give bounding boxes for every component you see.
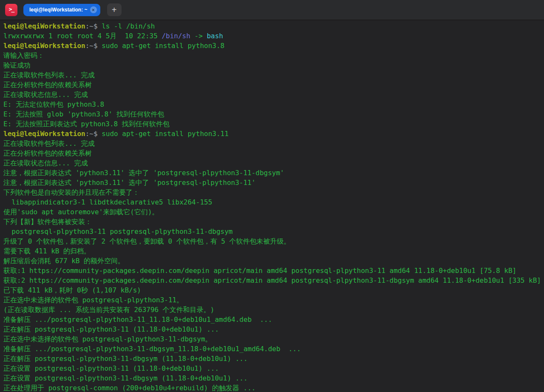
terminal-text-segment: 正在分析软件包的依赖关系树 (3, 149, 92, 157)
terminal-text-segment: leqi@leqiWorkstation (3, 130, 85, 138)
terminal-line: 准备解压 .../postgresql-plpython3-11_11.18-0… (3, 315, 541, 324)
terminal-line: 注意，根据正则表达式 'python3.11' 选中了 'postgresql-… (3, 178, 541, 187)
terminal-text-segment: ls -l /bin/sh (102, 22, 155, 30)
terminal-line: E: 无法按照 glob 'python3.8' 找到任何软件包 (3, 109, 541, 119)
terminal-line: E: 无法定位软件包 python3.8 (3, 99, 541, 109)
terminal-line: 正在解压 postgresql-plpython3-11 (11.18-0+de… (3, 324, 541, 334)
terminal-text-segment: /bin/sh (162, 32, 190, 40)
terminal-text-segment: 获取:2 https://community-packages.deepin.c… (3, 276, 541, 284)
terminal-text-segment: 获取:1 https://community-packages.deepin.c… (3, 267, 516, 275)
terminal-line: lrwxrwxrwx 1 root root 4 5月 10 22:35 /bi… (3, 31, 541, 41)
terminal-text-segment: 下列软件包是自动安装的并且现在不需要了： (3, 188, 139, 196)
plus-icon: + (112, 5, 117, 15)
terminal-line: 正在分析软件包的依赖关系树 (3, 148, 541, 158)
terminal-text-segment: bash (207, 32, 223, 40)
terminal-line: 正在处理用于 postgresql-common (200+deb10u4+re… (3, 383, 541, 392)
terminal-line: E: 无法按照正则表达式 python3.8 找到任何软件包 (3, 119, 541, 129)
terminal-line: 获取:1 https://community-packages.deepin.c… (3, 266, 541, 276)
tab-title: leqi@leqiWorkstation: ~ (29, 7, 88, 13)
terminal-line: 注意，根据正则表达式 'python3.11' 选中了 'postgresql-… (3, 168, 541, 178)
terminal-text-segment: 正在读取状态信息... 完成 (3, 91, 88, 99)
terminal-text-segment: sudo apt-get install python3.8 (102, 42, 224, 50)
terminal-text-segment: 升级了 0 个软件包，新安装了 2 个软件包，要卸载 0 个软件包，有 5 个软… (3, 237, 291, 245)
terminal-line: 获取:2 https://community-packages.deepin.c… (3, 276, 541, 285)
terminal-text-segment: -> (190, 32, 207, 40)
terminal-text-segment: 准备解压 .../postgresql-plpython3-11-dbgsym_… (3, 345, 301, 353)
terminal-text-segment: E: 无法按照 glob 'python3.8' 找到任何软件包 (3, 110, 164, 118)
terminal-line: 正在设置 postgresql-plpython3-11-dbgsym (11.… (3, 373, 541, 383)
terminal-text-segment: 注意，根据正则表达式 'python3.11' 选中了 'postgresql-… (3, 179, 255, 187)
terminal-text-segment: 注意，根据正则表达式 'python3.11' 选中了 'postgresql-… (3, 169, 284, 177)
terminal-text-segment: leqi@leqiWorkstation (3, 22, 85, 30)
terminal-text-segment: :~$ (85, 130, 102, 138)
terminal-text-segment: 正在选中未选择的软件包 postgresql-plpython3-11。 (3, 296, 183, 304)
terminal-line: (正在读取数据库 ... 系统当前共安装有 263796 个文件和目录。) (3, 305, 541, 315)
terminal-line: 升级了 0 个软件包，新安装了 2 个软件包，要卸载 0 个软件包，有 5 个软… (3, 236, 541, 246)
terminal-text-segment: 已下载 411 kB，耗时 0秒 (1,107 kB/s) (3, 286, 141, 294)
terminal-text-segment: libappindicator3-1 libdtkdeclarative5 li… (3, 198, 212, 206)
terminal-text-segment: 正在解压 postgresql-plpython3-11-dbgsym (11.… (3, 355, 248, 363)
terminal-text-segment: E: 无法按照正则表达式 python3.8 找到任何软件包 (3, 120, 170, 128)
terminal-output[interactable]: leqi@leqiWorkstation:~$ ls -l /bin/shlrw… (0, 20, 544, 392)
new-tab-button[interactable]: + (107, 3, 122, 16)
terminal-text-segment: 正在选中未选择的软件包 postgresql-plpython3-11-dbgs… (3, 335, 212, 343)
tab-close-icon[interactable]: × (90, 6, 97, 13)
terminal-text-segment: 正在读取状态信息... 完成 (3, 159, 88, 167)
terminal-line: 正在解压 postgresql-plpython3-11-dbgsym (11.… (3, 354, 541, 364)
terminal-text-segment: 正在设置 postgresql-plpython3-11-dbgsym (11.… (3, 374, 248, 382)
terminal-line: libappindicator3-1 libdtkdeclarative5 li… (3, 197, 541, 207)
terminal-window: >_ leqi@leqiWorkstation: ~ × + leqi@leqi… (0, 0, 544, 392)
terminal-line: 验证成功 (3, 60, 541, 70)
terminal-line: 正在分析软件包的依赖关系树 (3, 80, 541, 90)
terminal-line: leqi@leqiWorkstation:~$ sudo apt-get ins… (3, 41, 541, 51)
terminal-text-segment: 使用'sudo apt autoremove'来卸载它(它们)。 (3, 208, 159, 216)
terminal-line: 下列软件包是自动安装的并且现在不需要了： (3, 187, 541, 197)
terminal-text-segment: 需要下载 411 kB 的归档。 (3, 247, 91, 255)
terminal-line: 解压缩后会消耗 677 kB 的额外空间。 (3, 256, 541, 266)
terminal-app-icon[interactable]: >_ (5, 4, 17, 16)
terminal-line: 正在设置 postgresql-plpython3-11 (11.18-0+de… (3, 364, 541, 373)
terminal-line: 已下载 411 kB，耗时 0秒 (1,107 kB/s) (3, 285, 541, 295)
terminal-text-segment: 正在设置 postgresql-plpython3-11 (11.18-0+de… (3, 364, 219, 372)
terminal-line: 正在读取状态信息... 完成 (3, 90, 541, 99)
terminal-line: 正在读取状态信息... 完成 (3, 158, 541, 168)
terminal-line: leqi@leqiWorkstation:~$ sudo apt-get ins… (3, 129, 541, 139)
terminal-line: 正在读取软件包列表... 完成 (3, 139, 541, 148)
tab-bar: >_ leqi@leqiWorkstation: ~ × + (0, 0, 544, 20)
terminal-text-segment: E: 无法定位软件包 python3.8 (3, 100, 104, 108)
terminal-text-segment: 下列【新】软件包将被安装： (3, 218, 92, 226)
terminal-line: 正在读取软件包列表... 完成 (3, 70, 541, 80)
terminal-text-segment: 正在分析软件包的依赖关系树 (3, 81, 92, 89)
terminal-line: 请输入密码： (3, 51, 541, 60)
terminal-text-segment: 请输入密码： (3, 51, 44, 60)
terminal-text-segment: 正在解压 postgresql-plpython3-11 (11.18-0+de… (3, 325, 219, 333)
terminal-line: 下列【新】软件包将被安装： (3, 217, 541, 227)
terminal-text-segment: 准备解压 .../postgresql-plpython3-11_11.18-0… (3, 315, 272, 324)
terminal-text-segment: postgresql-plpython3-11 postgresql-plpyt… (3, 227, 232, 236)
terminal-text-segment: (正在读取数据库 ... 系统当前共安装有 263796 个文件和目录。) (3, 306, 215, 314)
terminal-text-segment: :~$ (85, 42, 102, 50)
terminal-line: 准备解压 .../postgresql-plpython3-11-dbgsym_… (3, 344, 541, 354)
terminal-text-segment: leqi@leqiWorkstation (3, 42, 85, 50)
terminal-text-segment: lrwxrwxrwx 1 root root 4 5月 10 22:35 (3, 32, 162, 40)
terminal-line: 使用'sudo apt autoremove'来卸载它(它们)。 (3, 207, 541, 217)
terminal-line: 需要下载 411 kB 的归档。 (3, 246, 541, 256)
terminal-text-segment: 正在读取软件包列表... 完成 (3, 139, 95, 148)
terminal-text-segment: sudo apt-get install python3.11 (102, 130, 229, 138)
tab-active[interactable]: leqi@leqiWorkstation: ~ × (23, 4, 100, 16)
terminal-line: 正在选中未选择的软件包 postgresql-plpython3-11-dbgs… (3, 334, 541, 344)
terminal-line: postgresql-plpython3-11 postgresql-plpyt… (3, 227, 541, 236)
terminal-line: 正在选中未选择的软件包 postgresql-plpython3-11。 (3, 295, 541, 305)
terminal-text-segment: 解压缩后会消耗 677 kB 的额外空间。 (3, 257, 125, 265)
terminal-line: leqi@leqiWorkstation:~$ ls -l /bin/sh (3, 21, 541, 31)
terminal-text-segment: 正在读取软件包列表... 完成 (3, 71, 95, 79)
terminal-text-segment: :~$ (85, 22, 102, 30)
terminal-text-segment: 验证成功 (3, 61, 31, 69)
terminal-text-segment: 正在处理用于 postgresql-common (200+deb10u4+re… (3, 384, 255, 392)
